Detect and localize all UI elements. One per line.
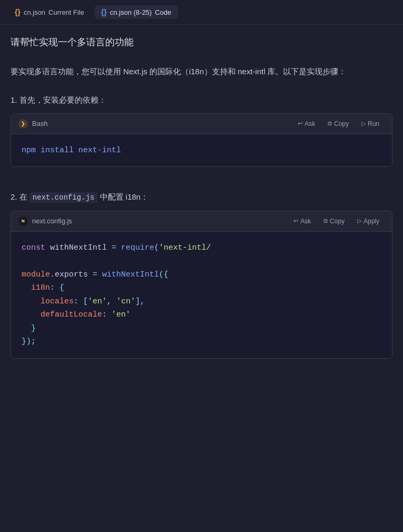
user-question: 请帮忙实现一个多语言的功能 bbox=[11, 35, 392, 50]
nextconfig-apply-button[interactable]: ▷ Apply bbox=[352, 215, 385, 227]
step2-code-inline: next.config.js bbox=[29, 192, 98, 203]
bash-code-content: npm install next-intl bbox=[11, 134, 392, 167]
step2-label: 2. 在 next.config.js 中配置 i18n： bbox=[11, 190, 392, 204]
bash-ask-button[interactable]: ↩ Ask bbox=[293, 118, 320, 130]
tab-icon-2: {} bbox=[101, 8, 107, 16]
nextconfig-ask-button[interactable]: ↩ Ask bbox=[288, 215, 316, 227]
nc-line-7: } bbox=[22, 322, 381, 336]
ask-icon: ↩ bbox=[298, 120, 303, 127]
nc-line-3: module.exports = withNextIntl({ bbox=[22, 268, 381, 282]
nc-line-4: i18n: { bbox=[22, 281, 381, 295]
nextconfig-ask-icon: ↩ bbox=[294, 218, 298, 224]
nextconfig-lang-name: next.config.js bbox=[32, 217, 72, 225]
nextconfig-code-title: N next.config.js bbox=[18, 216, 72, 226]
tabs-bar: {} cn.json Current File {} cn.json (8-25… bbox=[0, 0, 403, 25]
bash-code-block: ❯ Bash ↩ Ask ⧉ Copy ▷ Run npm install ne… bbox=[11, 113, 392, 168]
nextconfig-copy-icon: ⧉ bbox=[324, 218, 328, 224]
response-intro: 要实现多语言功能，您可以使用 Next.js 的国际化（i18n）支持和 nex… bbox=[11, 64, 392, 78]
nextconfig-code-header: N next.config.js ↩ Ask ⧉ Copy ▷ Apply bbox=[11, 211, 392, 232]
bash-run-button[interactable]: ▷ Run bbox=[356, 118, 385, 130]
nextconfig-code-block: N next.config.js ↩ Ask ⧉ Copy ▷ Apply co… bbox=[11, 211, 392, 359]
bash-lang-icon: ❯ bbox=[18, 119, 28, 129]
bash-copy-button[interactable]: ⧉ Copy bbox=[323, 118, 354, 130]
bash-run-label: Run bbox=[368, 120, 379, 127]
tab-icon-1: {} bbox=[15, 8, 21, 16]
nc-line-1: const withNextIntl = require('next-intl/ bbox=[22, 241, 381, 255]
bash-code-header: ❯ Bash ↩ Ask ⧉ Copy ▷ Run bbox=[11, 114, 392, 134]
nextconfig-ask-label: Ask bbox=[300, 218, 311, 225]
nc-line-6: defaultLocale: 'en' bbox=[22, 308, 381, 322]
nc-line-8: }); bbox=[22, 335, 381, 349]
next-lang-icon: N bbox=[18, 216, 28, 226]
run-icon: ▷ bbox=[361, 120, 366, 127]
nextconfig-code-content: const withNextIntl = require('next-intl/… bbox=[11, 232, 392, 358]
tab-current-file[interactable]: {} cn.json Current File bbox=[8, 5, 90, 19]
step1-label: 1. 首先，安装必要的依赖： bbox=[11, 93, 392, 107]
bash-lang-name: Bash bbox=[32, 120, 48, 127]
nextconfig-actions: ↩ Ask ⧉ Copy ▷ Apply bbox=[288, 215, 385, 227]
bash-code-line-1: npm install next-intl bbox=[22, 144, 381, 157]
nextconfig-copy-button[interactable]: ⧉ Copy bbox=[318, 215, 350, 227]
bash-ask-label: Ask bbox=[305, 120, 315, 127]
bash-copy-label: Copy bbox=[334, 120, 349, 127]
tab-label-1: cn.json bbox=[24, 8, 45, 16]
nextconfig-copy-label: Copy bbox=[330, 218, 345, 225]
nextconfig-apply-label: Apply bbox=[364, 218, 379, 225]
copy-icon: ⧉ bbox=[328, 120, 332, 127]
tab-code[interactable]: {} cn.json (8-25) Code bbox=[95, 5, 177, 19]
bash-code-title: ❯ Bash bbox=[18, 119, 48, 129]
nextconfig-apply-icon: ▷ bbox=[357, 218, 361, 224]
main-content: 请帮忙实现一个多语言的功能 要实现多语言功能，您可以使用 Next.js 的国际… bbox=[0, 25, 403, 384]
bash-actions: ↩ Ask ⧉ Copy ▷ Run bbox=[293, 118, 385, 130]
tab-label-2: cn.json (8-25) bbox=[110, 8, 152, 16]
nc-line-2 bbox=[22, 254, 381, 268]
tab-sublabel-1: Current File bbox=[48, 8, 84, 16]
nc-line-5: locales: ['en', 'cn'], bbox=[22, 295, 381, 309]
tab-sublabel-2: Code bbox=[155, 8, 171, 16]
